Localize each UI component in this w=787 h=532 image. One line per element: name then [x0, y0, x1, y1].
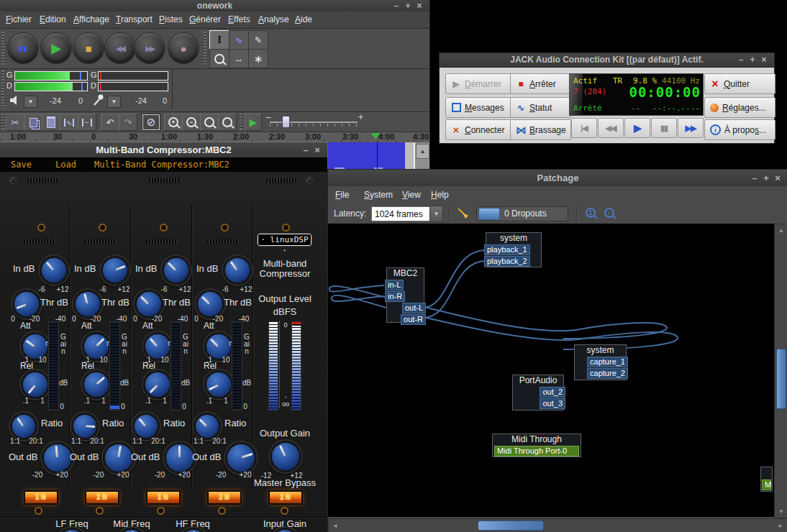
menu-fichier[interactable]: Fichier — [6, 14, 32, 24]
close-icon[interactable]: × — [414, 0, 425, 12]
close-icon[interactable]: × — [311, 142, 323, 157]
jack-status-button[interactable]: ∿ Statut — [510, 97, 571, 118]
playback-meter-dropdown[interactable]: ▼ — [24, 96, 37, 108]
port-out-r[interactable]: out-R — [401, 314, 426, 325]
draw-tool-button[interactable]: ✎ — [248, 30, 268, 50]
band-4-thr-knob[interactable] — [196, 290, 224, 318]
arrow-right-icon[interactable]: ► — [778, 523, 783, 529]
mbc2-titlebar[interactable]: Multi-Band Compressor:MBC2 –× — [0, 142, 327, 158]
maximize-icon[interactable]: + — [760, 170, 772, 186]
fit-project-button[interactable] — [218, 114, 237, 131]
waveform-track[interactable] — [324, 142, 405, 173]
play-at-speed-button[interactable]: ▶ — [245, 114, 262, 131]
band-1-rel-knob[interactable] — [21, 370, 50, 399]
play-button[interactable]: ▶ — [41, 33, 71, 63]
load-button[interactable]: Load — [55, 160, 76, 170]
arrow-up-icon[interactable]: ▲ — [775, 227, 787, 234]
band-1-in-button[interactable]: IN — [24, 490, 58, 505]
hscroll-thumb[interactable] — [478, 520, 544, 531]
band-3-thr-knob[interactable] — [135, 290, 163, 318]
band-3-ratio-knob[interactable] — [132, 413, 160, 440]
menu-analyse[interactable]: Analyse — [258, 14, 289, 24]
menu-affichage[interactable]: Affichage — [73, 14, 109, 24]
vertical-scrollbar[interactable]: ▲ — [415, 142, 429, 173]
port-capture-1[interactable]: capture_1 — [587, 357, 628, 367]
jack-messages-button[interactable]: Messages — [445, 97, 512, 118]
output-gain-knob[interactable] — [270, 441, 301, 472]
jack-patchbay-button[interactable]: ⋈ Brassage — [510, 119, 571, 140]
patchage-titlebar[interactable]: Patchage –+× — [328, 170, 787, 187]
port-in-l[interactable]: in-L — [385, 280, 404, 290]
node-mbc2[interactable]: MBC2 in-L in-R out-L out-R — [386, 267, 424, 323]
latency-dropdown-button[interactable]: ▼ — [429, 206, 443, 222]
zoom-tool-button[interactable] — [209, 49, 229, 68]
pause-button[interactable]: ▮▮ — [8, 33, 38, 63]
band-2-in-knob[interactable] — [101, 256, 129, 285]
band-2-ratio-knob[interactable] — [71, 413, 99, 440]
toolbar-grip[interactable] — [1, 70, 4, 109]
copy-button[interactable] — [24, 114, 42, 131]
menu-view[interactable]: View — [402, 190, 421, 200]
band-1-thr-knob[interactable] — [12, 290, 41, 318]
band-4-out-knob[interactable] — [225, 442, 257, 474]
patchage-canvas[interactable]: system playback_1 playback_2 MBC2 in-L i… — [328, 224, 774, 517]
microphone-icon[interactable] — [92, 93, 105, 106]
node-midi-through[interactable]: Midi Through Midi Through Port-0 — [492, 434, 581, 457]
zoom-out-button[interactable]: − — [182, 114, 201, 131]
port-out-l[interactable]: out-L — [402, 303, 426, 313]
menu-help[interactable]: Help — [431, 190, 449, 200]
menu-generer[interactable]: Générer — [189, 14, 221, 24]
master-in-button[interactable]: IN — [268, 490, 303, 505]
undo-button[interactable]: ↶ — [101, 114, 119, 131]
menu-effets[interactable]: Effets — [228, 14, 250, 24]
fit-selection-button[interactable] — [200, 114, 219, 131]
patchage-vscrollbar[interactable]: ▲ ▼ — [774, 224, 787, 518]
playback-meter-left[interactable] — [14, 71, 88, 81]
minimize-icon[interactable]: – — [391, 0, 402, 12]
skip-end-button[interactable]: ▶▶ — [135, 33, 165, 63]
record-meter-left[interactable] — [98, 71, 168, 81]
speed-slider-thumb[interactable] — [282, 116, 290, 128]
jack-quit-button[interactable]: × Quitter — [704, 73, 775, 94]
record-button[interactable]: ● — [168, 33, 199, 63]
toolbar-grip[interactable] — [204, 32, 206, 65]
node-partial[interactable]: Mi — [760, 467, 773, 492]
maximize-icon[interactable]: + — [402, 0, 414, 12]
timeshift-tool-button[interactable]: ↔ — [229, 49, 249, 68]
latency-combo[interactable] — [371, 206, 432, 221]
sync-lock-button[interactable]: ⊘ — [142, 114, 160, 131]
menu-system[interactable]: System — [364, 190, 393, 200]
jack-rewind-button[interactable]: ◀◀ — [598, 118, 624, 138]
band-3-in-button[interactable]: IN — [146, 490, 181, 505]
menu-pistes[interactable]: Pistes — [159, 14, 183, 24]
record-meter-right[interactable] — [98, 82, 168, 91]
band-3-in-knob[interactable] — [162, 256, 191, 285]
band-2-in-button[interactable]: IN — [85, 490, 119, 505]
arrow-down-icon[interactable]: ▼ — [775, 508, 787, 515]
skip-start-button[interactable]: ◀◀ — [105, 33, 135, 63]
jack-pause-button[interactable]: ▮▮ — [651, 118, 677, 138]
port-partial[interactable]: Mi — [762, 480, 771, 490]
jack-forward-button[interactable]: ▶▶ — [678, 118, 704, 138]
port-midi-through-0[interactable]: Midi Through Port-0 — [494, 446, 579, 457]
close-icon[interactable]: × — [772, 170, 783, 186]
band-3-rel-knob[interactable] — [143, 370, 172, 399]
port-playback-2[interactable]: playback_2 — [484, 256, 530, 267]
trim-button[interactable]: ∿ — [60, 114, 78, 131]
speaker-icon[interactable] — [9, 96, 21, 106]
jack-play-button[interactable]: ▶ — [624, 118, 650, 138]
scroll-up-button[interactable]: ▲ — [416, 144, 429, 159]
toolbar-grip[interactable] — [1, 114, 4, 129]
port-capture-2[interactable]: capture_2 — [587, 368, 628, 379]
band-1-in-knob[interactable] — [40, 256, 68, 285]
port-out-2[interactable]: out_2 — [540, 387, 565, 398]
close-icon[interactable]: × — [758, 53, 770, 67]
jack-rewind-start-button[interactable]: |◀ — [571, 118, 597, 138]
zoom-normal-button[interactable]: 1 — [586, 208, 596, 218]
patchage-hscrollbar[interactable]: ◄ ► — [328, 518, 787, 532]
band-2-rel-knob[interactable] — [82, 370, 111, 399]
jack-connect-button[interactable]: × Connecter — [445, 119, 512, 140]
paste-button[interactable] — [42, 114, 60, 131]
jack-stop-button[interactable]: ■ Arrêter — [510, 73, 571, 94]
port-in-r[interactable]: in-R — [385, 291, 405, 302]
